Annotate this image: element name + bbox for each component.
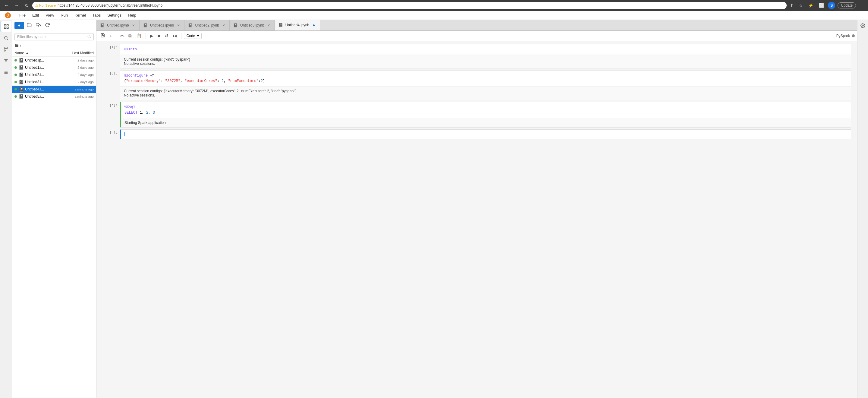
update-button[interactable]: Update xyxy=(838,2,856,8)
paste-button[interactable]: 📋 xyxy=(134,32,143,39)
notebook-tab[interactable]: 📓 Untitled4.ipynb ● xyxy=(275,20,320,30)
magic-keyword: %%sql xyxy=(124,105,135,110)
cell-input[interactable]: %%configure -f {"executorMemory": "3072M… xyxy=(120,70,851,87)
file-date-label: 2 days ago xyxy=(64,66,94,69)
cell-input[interactable]: %%sql SELECT 1, 2, 3 xyxy=(121,102,851,118)
json-number: 2 xyxy=(221,79,224,83)
cell-output: Current session configs: {'kind': 'pyspa… xyxy=(120,55,851,68)
notebook-tab-label: Untitled.ipynb xyxy=(107,23,129,27)
menu-edit[interactable]: Edit xyxy=(29,12,42,19)
file-name-label: Untitled.ip... xyxy=(25,58,64,62)
cell-box[interactable]: %%infoCurrent session configs: {'kind': … xyxy=(120,44,851,68)
settings-button[interactable] xyxy=(858,21,867,30)
notebook-tab[interactable]: 📓 Untitled3.ipynb × xyxy=(230,20,275,30)
cell-input[interactable] xyxy=(121,130,851,139)
menu-dots-button[interactable]: ⋮ xyxy=(858,2,866,9)
cell-box[interactable]: %%sql SELECT 1, 2, 3Starting Spark appli… xyxy=(120,102,851,127)
sidebar-git-button[interactable] xyxy=(1,44,11,55)
back-button[interactable]: ← xyxy=(2,1,11,9)
cell-wrapper: [1]:%%infoCurrent session configs: {'kin… xyxy=(102,44,851,68)
restart-button[interactable]: ↺ xyxy=(163,32,170,39)
plus-icon: + xyxy=(18,23,21,28)
json-key: "executorMemory" xyxy=(126,79,161,83)
notebook-tab[interactable]: 📓 Untitled2.ipynb × xyxy=(184,20,230,30)
notebook-tab[interactable]: 📓 Untitled1.ipynb × xyxy=(140,20,185,30)
file-list-item[interactable]: 📓 Untitled1.i... 2 days ago xyxy=(12,64,96,71)
svg-line-5 xyxy=(7,39,8,40)
menu-kernel[interactable]: Kernel xyxy=(71,12,89,19)
file-list-item[interactable]: 📓 Untitled.ip... 2 days ago xyxy=(12,57,96,64)
tab-close-button[interactable]: × xyxy=(176,23,181,28)
file-type-icon: 📓 xyxy=(19,72,24,77)
file-date-label: 2 days ago xyxy=(64,59,94,62)
sql-text: 1, xyxy=(137,111,146,115)
file-list-item[interactable]: 📓 Untitled4.i... a minute ago xyxy=(12,86,96,93)
file-list-item[interactable]: 📓 Untitled2.i... 2 days ago xyxy=(12,71,96,79)
new-file-button[interactable]: + xyxy=(14,22,24,29)
sidebar-search-button[interactable] xyxy=(1,33,11,43)
sidebar-commands-button[interactable] xyxy=(1,67,11,78)
file-type-icon: 📓 xyxy=(19,58,24,63)
avatar[interactable]: S xyxy=(828,2,835,9)
notebook-area: 📓 Untitled.ipynb × 📓 Untitled1.ipynb × 📓… xyxy=(96,20,857,398)
bookmark-button[interactable]: ☆ xyxy=(798,2,804,9)
menu-file[interactable]: File xyxy=(16,12,29,19)
cell-number: [ ]: xyxy=(102,129,118,139)
add-cell-button[interactable]: + xyxy=(108,32,114,39)
refresh-button[interactable]: ↻ xyxy=(23,1,30,10)
menu-help[interactable]: Help xyxy=(125,12,139,19)
notebook-tab-label: Untitled2.ipynb xyxy=(195,23,219,27)
svg-rect-3 xyxy=(7,27,8,29)
notebook-tab-label: Untitled4.ipynb xyxy=(285,23,309,27)
file-name-label: Untitled5.i... xyxy=(25,94,64,99)
cell-type-selector[interactable]: Code ▾ xyxy=(184,33,202,39)
address-bar[interactable]: ⚠ Not Secure https://144.25.40.58:8000/u… xyxy=(32,2,786,9)
open-folder-button[interactable] xyxy=(25,22,33,29)
save-button[interactable] xyxy=(99,32,107,39)
cut-button[interactable]: ✂ xyxy=(119,32,126,39)
notebook-tab-icon: 📓 xyxy=(143,23,148,27)
menu-view[interactable]: View xyxy=(42,12,57,19)
notebook-tab-label: Untitled3.ipynb xyxy=(240,23,264,27)
cell-box[interactable] xyxy=(120,129,851,139)
folder-icon xyxy=(14,43,19,49)
upload-button[interactable] xyxy=(34,22,42,29)
menu-run[interactable]: Run xyxy=(58,12,71,19)
cell-box[interactable]: %%configure -f {"executorMemory": "3072M… xyxy=(120,70,851,100)
tabs-bar: 📓 Untitled.ipynb × 📓 Untitled1.ipynb × 📓… xyxy=(96,20,857,31)
menu-tabs[interactable]: Tabs xyxy=(90,12,104,19)
forward-button[interactable]: → xyxy=(13,1,21,9)
warning-icon: ⚠ xyxy=(35,4,38,7)
magic-keyword: %%info xyxy=(124,47,137,52)
notebook-tab[interactable]: 📓 Untitled.ipynb × xyxy=(96,20,140,30)
sidebar-files-button[interactable] xyxy=(1,21,11,32)
tab-close-button[interactable]: ● xyxy=(312,22,316,28)
window-button[interactable]: ⬜ xyxy=(817,2,826,9)
restart-run-button[interactable]: ⏭ xyxy=(171,32,179,39)
extensions-button[interactable]: ⚡ xyxy=(807,2,815,9)
refresh-files-button[interactable] xyxy=(43,22,51,29)
svg-point-4 xyxy=(4,36,7,39)
chrome-browser-bar: ← → ↻ ⚠ Not Secure https://144.25.40.58:… xyxy=(0,0,868,11)
share-button[interactable]: ⬆ xyxy=(788,2,795,9)
file-filter-input[interactable] xyxy=(17,35,85,39)
copy-button[interactable]: ⧉ xyxy=(127,32,133,39)
file-list-item[interactable]: 📓 Untitled3.i... 2 days ago xyxy=(12,79,96,86)
file-list-item[interactable]: 📓 Untitled5.i... a minute ago xyxy=(12,93,96,100)
file-browser-toolbar: + xyxy=(12,20,96,31)
file-name-label: Untitled1.i... xyxy=(25,65,64,70)
cell-output: Current session configs: {'executorMemor… xyxy=(120,87,851,100)
stop-button[interactable]: ■ xyxy=(156,32,162,39)
tab-close-button[interactable]: × xyxy=(221,23,226,28)
name-column-header: Name ▲ xyxy=(14,51,64,55)
tab-close-button[interactable]: × xyxy=(267,23,271,28)
run-button[interactable]: ▶ xyxy=(148,32,155,39)
search-icon xyxy=(87,34,91,39)
cell-input[interactable]: %%info xyxy=(120,44,851,55)
sidebar-icons xyxy=(0,20,12,398)
sidebar-extensions-button[interactable] xyxy=(1,56,11,66)
json-string: "3072M" xyxy=(165,79,180,83)
tab-close-button[interactable]: × xyxy=(131,23,135,28)
menu-settings[interactable]: Settings xyxy=(104,12,124,19)
file-filter-bar[interactable] xyxy=(14,33,94,40)
